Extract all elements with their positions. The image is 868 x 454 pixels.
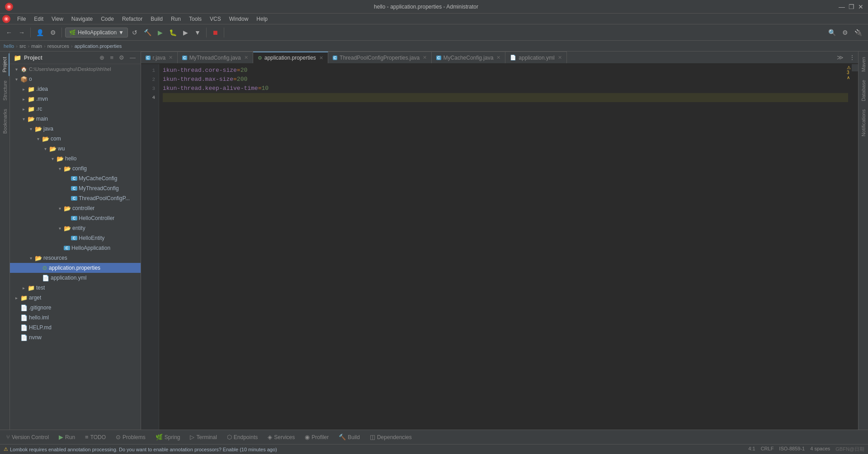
tree-item-rc[interactable]: ▸ 📁 .rc bbox=[10, 104, 141, 114]
breadcrumb-src[interactable]: src bbox=[19, 43, 26, 49]
tree-root[interactable]: ▾ 🏠 C:\Users\wuguanghui\Desktop\hh\hel bbox=[10, 64, 141, 74]
status-message[interactable]: Lombok requires enabled annotation proce… bbox=[10, 447, 748, 452]
menu-tools[interactable]: Tools bbox=[185, 15, 205, 23]
editor-code[interactable]: ikun-thread.core-size=20 ikun-thread.max… bbox=[159, 64, 852, 430]
menu-run[interactable]: Run bbox=[167, 15, 184, 23]
tree-item-hello-iml[interactable]: 📄 hello.iml bbox=[10, 313, 141, 323]
debug-btn[interactable]: 🐛 bbox=[167, 28, 179, 37]
bottom-tab-run[interactable]: ▶ Run bbox=[54, 431, 80, 444]
tree-item-helloentity[interactable]: C HelloEntity bbox=[10, 233, 141, 243]
tree-item-entity-folder[interactable]: ▾ 📂 entity bbox=[10, 223, 141, 233]
maximize-btn[interactable]: ❐ bbox=[849, 3, 854, 10]
run-coverage-btn[interactable]: ▶ bbox=[181, 28, 190, 37]
breadcrumb-hello[interactable]: hello bbox=[4, 43, 14, 49]
tree-item-threadpoolconfig[interactable]: C ThreadPoolConfigP... bbox=[10, 193, 141, 203]
bottom-tab-services[interactable]: ◈ Services bbox=[263, 431, 299, 444]
tree-item-java-folder[interactable]: ▾ 📂 java bbox=[10, 124, 141, 134]
run-config[interactable]: 🌿 HelloApplication ▼ bbox=[65, 28, 128, 37]
tab-close-app-props-tab[interactable]: ✕ bbox=[319, 55, 323, 61]
tree-item-nvnw[interactable]: 📄 nvnw bbox=[10, 332, 141, 342]
right-panel-maven[interactable]: Maven bbox=[859, 53, 868, 75]
status-linesep[interactable]: CRLF bbox=[761, 446, 774, 453]
panel-hide-btn[interactable]: — bbox=[128, 54, 137, 61]
tab-r-java[interactable]: Cr.java✕ bbox=[141, 51, 178, 63]
tab-close-mythreadconfig-tab[interactable]: ✕ bbox=[244, 55, 248, 61]
stop-btn[interactable]: ⏹ bbox=[210, 28, 221, 37]
tabs-more-btn[interactable]: ≫ bbox=[834, 54, 846, 61]
left-tab-bookmarks[interactable]: Bookmarks bbox=[1, 105, 9, 137]
menu-refactor[interactable]: Refactor bbox=[118, 15, 146, 23]
tabs-overflow-btn[interactable]: ⋮ bbox=[846, 54, 858, 61]
tree-item-main-folder[interactable]: ▾ 📂 main bbox=[10, 114, 141, 124]
menu-build[interactable]: Build bbox=[147, 15, 166, 23]
breadcrumb-resources[interactable]: resources bbox=[47, 43, 69, 49]
tab-close-mycache-tab[interactable]: ✕ bbox=[496, 55, 500, 61]
bottom-tab-problems[interactable]: ⊙ Problems bbox=[111, 431, 150, 444]
left-tab-structure[interactable]: Structure bbox=[1, 77, 9, 104]
tree-item-hello-folder[interactable]: ▾ 📂 hello bbox=[10, 154, 141, 164]
bottom-tab-build[interactable]: 🔨 Build bbox=[334, 431, 364, 444]
minimize-btn[interactable]: — bbox=[839, 3, 845, 10]
right-scrollbar-track[interactable] bbox=[852, 64, 858, 430]
panel-collapse-btn[interactable]: ≡ bbox=[108, 54, 115, 61]
bottom-tab-spring[interactable]: 🌿 Spring bbox=[151, 431, 185, 444]
tree-item-gitignore[interactable]: 📄 .gitignore bbox=[10, 303, 141, 313]
refresh-btn[interactable]: ↺ bbox=[130, 28, 140, 37]
build-btn[interactable]: 🔨 bbox=[142, 28, 154, 37]
tree-item-help-md[interactable]: 📄 HELP.md bbox=[10, 323, 141, 332]
run-btn[interactable]: ▶ bbox=[156, 28, 165, 37]
breadcrumb-main[interactable]: main bbox=[31, 43, 42, 49]
tree-item-mycacheconfig[interactable]: C MyCacheConfig bbox=[10, 173, 141, 183]
tab-mythreadconfig-tab[interactable]: CMyThreadConfig.java✕ bbox=[178, 51, 253, 63]
tree-item-app-props[interactable]: ⚙ application.properties bbox=[10, 263, 141, 273]
menu-navigate[interactable]: Navigate bbox=[68, 15, 96, 23]
settings-btn[interactable]: ⚙ bbox=[840, 28, 850, 37]
tree-item-mythreadconfig[interactable]: C MyThreadConfig bbox=[10, 183, 141, 193]
tree-item-wu-folder[interactable]: ▾ 📂 wu bbox=[10, 144, 141, 154]
breadcrumb-file[interactable]: application.properties bbox=[75, 43, 122, 49]
tree-item-helloapplication[interactable]: C HelloApplication bbox=[10, 243, 141, 253]
forward-btn[interactable]: → bbox=[16, 28, 27, 37]
tree-item-root-o[interactable]: ▾ 📦 o bbox=[10, 74, 141, 84]
tree-item-config-folder[interactable]: ▾ 📂 config bbox=[10, 164, 141, 173]
user-btn[interactable]: 👤 bbox=[34, 28, 46, 37]
back-btn[interactable]: ← bbox=[4, 28, 14, 37]
more-run-btn[interactable]: ▼ bbox=[192, 28, 203, 37]
editor-content[interactable]: 1 2 3 4 ikun-thread.core-size=20 ikun-th… bbox=[141, 64, 858, 430]
bottom-tab-terminal[interactable]: ▷ Terminal bbox=[185, 431, 221, 444]
tree-item-com-folder[interactable]: ▾ 📂 com bbox=[10, 134, 141, 144]
tree-item-mvn[interactable]: ▸ 📁 .mvn bbox=[10, 94, 141, 104]
tree-item-app-yml[interactable]: 📄 application.yml bbox=[10, 273, 141, 283]
menu-vcs[interactable]: VCS bbox=[206, 15, 225, 23]
search-everywhere-btn[interactable]: 🔍 bbox=[826, 28, 838, 37]
left-tab-project[interactable]: Project bbox=[0, 53, 9, 76]
status-position[interactable]: 4:1 bbox=[748, 446, 755, 453]
tree-item-resources-folder[interactable]: ▾ 📂 resources bbox=[10, 253, 141, 263]
menu-code[interactable]: Code bbox=[97, 15, 118, 23]
tab-threadpool-tab[interactable]: CThreadPoolConfigProperties.java✕ bbox=[328, 51, 432, 63]
tree-item-controller-folder[interactable]: ▾ 📂 controller bbox=[10, 203, 141, 213]
menu-edit[interactable]: Edit bbox=[30, 15, 47, 23]
menu-help[interactable]: Help bbox=[253, 15, 271, 23]
bottom-tab-dependencies[interactable]: ◫ Dependencies bbox=[365, 431, 416, 444]
tab-close-threadpool-tab[interactable]: ✕ bbox=[423, 55, 427, 61]
menu-window[interactable]: Window bbox=[226, 15, 252, 23]
panel-locate-btn[interactable]: ⊕ bbox=[98, 54, 106, 61]
tab-mycache-tab[interactable]: CMyCacheConfig.java✕ bbox=[432, 51, 505, 63]
status-indent[interactable]: 4 spaces bbox=[810, 446, 830, 453]
tab-app-props-tab[interactable]: ⚙application.properties✕ bbox=[253, 51, 328, 63]
tab-close-app-yml-tab[interactable]: ✕ bbox=[558, 55, 562, 61]
right-panel-database[interactable]: Database bbox=[859, 76, 868, 105]
menu-view[interactable]: View bbox=[48, 15, 67, 23]
profile-btn[interactable]: ⚙ bbox=[48, 28, 58, 37]
right-panel-notifications[interactable]: Notifications bbox=[859, 106, 868, 140]
window-controls[interactable]: — ❐ ✕ bbox=[839, 3, 863, 10]
plugins-btn[interactable]: 🔌 bbox=[852, 28, 864, 37]
status-encoding[interactable]: ISO-8859-1 bbox=[779, 446, 805, 453]
tree-item-idea[interactable]: ▸ 📁 .idea bbox=[10, 84, 141, 94]
bottom-tab-endpoints[interactable]: ⬡ Endpoints bbox=[222, 431, 262, 444]
bottom-tab-version-control[interactable]: ⑂ Version Control bbox=[2, 431, 53, 444]
panel-gear-btn[interactable]: ⚙ bbox=[118, 54, 126, 61]
tree-item-test-folder[interactable]: ▸ 📁 test bbox=[10, 283, 141, 293]
tab-close-r-java[interactable]: ✕ bbox=[169, 55, 173, 61]
